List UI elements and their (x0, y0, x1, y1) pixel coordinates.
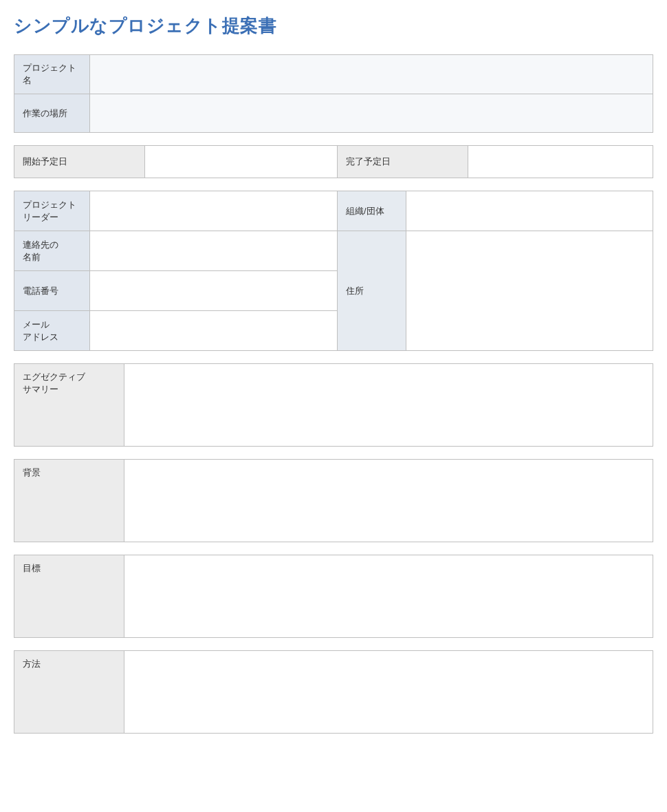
end-date-field[interactable] (468, 146, 653, 178)
contact-table: プロジェクト リーダー 組織/団体 連絡先の 名前 住所 電話番号 メール アド… (14, 191, 653, 351)
background-field[interactable] (124, 460, 653, 542)
project-name-label: プロジェクト名 (14, 55, 90, 94)
goals-field[interactable] (124, 555, 653, 638)
methods-field[interactable] (124, 651, 653, 734)
phone-label: 電話番号 (14, 271, 90, 311)
leader-label: プロジェクト リーダー (14, 191, 90, 231)
background-table: 背景 (14, 459, 653, 542)
email-field[interactable] (90, 311, 338, 351)
org-field[interactable] (406, 191, 653, 231)
start-date-field[interactable] (145, 146, 338, 178)
work-location-field[interactable] (90, 94, 653, 133)
leader-field[interactable] (90, 191, 338, 231)
contact-name-label: 連絡先の 名前 (14, 231, 90, 271)
org-label: 組織/団体 (338, 191, 406, 231)
executive-summary-field[interactable] (124, 364, 653, 447)
executive-summary-label: エグゼクティブ サマリー (14, 364, 124, 447)
methods-table: 方法 (14, 650, 653, 734)
executive-summary-table: エグゼクティブ サマリー (14, 363, 653, 447)
email-label: メール アドレス (14, 311, 90, 351)
project-info-table: プロジェクト名 作業の場所 (14, 54, 653, 133)
goals-label: 目標 (14, 555, 124, 638)
start-date-label: 開始予定日 (14, 146, 145, 178)
methods-label: 方法 (14, 651, 124, 734)
phone-field[interactable] (90, 271, 338, 311)
address-field[interactable] (406, 231, 653, 351)
address-label: 住所 (338, 231, 406, 351)
end-date-label: 完了予定日 (338, 146, 468, 178)
goals-table: 目標 (14, 555, 653, 638)
project-name-field[interactable] (90, 55, 653, 94)
dates-table: 開始予定日 完了予定日 (14, 145, 653, 178)
work-location-label: 作業の場所 (14, 94, 90, 133)
document-title: シンプルなプロジェクト提案書 (14, 14, 653, 38)
background-label: 背景 (14, 460, 124, 542)
contact-name-field[interactable] (90, 231, 338, 271)
